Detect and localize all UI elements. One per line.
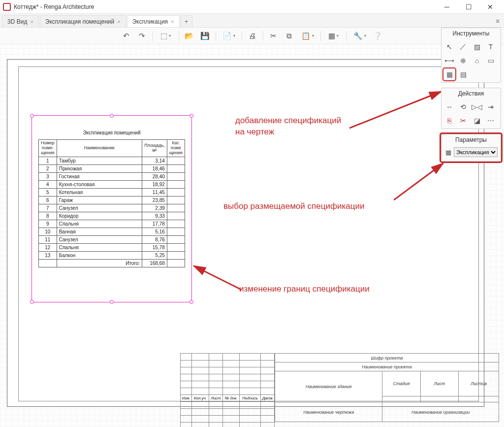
- tb-building: Наименование здания: [275, 371, 382, 402]
- titleblock-side: Изм.Кол.уч.Лист№ док.ПодписьДата: [180, 353, 275, 422]
- tab-label: 3D Вид: [7, 18, 27, 25]
- spec-table[interactable]: Экспликация помещений Номер поме- щения …: [38, 127, 185, 267]
- spec-select-dropdown[interactable]: Экспликация: [454, 147, 498, 157]
- resize-handle-tl[interactable]: [30, 114, 34, 118]
- text-tool-icon[interactable]: T: [485, 41, 497, 53]
- table-row: 4Кухня-столовая18,92: [39, 180, 185, 188]
- tab-bar: 3D Вид × Экспликация помещений × Эксплик…: [0, 14, 504, 28]
- table-row: 10Ванная5,16: [39, 228, 185, 235]
- col-area: Площадь, м²: [142, 140, 167, 157]
- tb-code: Шифр проекта: [275, 354, 499, 362]
- cut-button[interactable]: ✂: [266, 30, 281, 42]
- resize-handle-br[interactable]: [189, 300, 193, 304]
- main-area: Экспликация помещений Номер поме- щения …: [0, 44, 504, 427]
- spec-grid: Номер поме- щения Наименование Площадь, …: [38, 139, 185, 267]
- table-row: 11Санузел8,76: [39, 235, 185, 243]
- tab-room-schedule[interactable]: Экспликация помещений ×: [40, 15, 126, 27]
- panel-title: Инструменты: [441, 28, 501, 39]
- frame-tool-icon[interactable]: ▭: [485, 55, 497, 66]
- elev-tool-icon[interactable]: ⌂: [471, 55, 483, 66]
- tb-project: Наименование проекта: [275, 362, 499, 371]
- redo-button[interactable]: ↷: [135, 30, 150, 42]
- tb-sheets: Листов: [459, 371, 499, 396]
- titleblock: Шифр проекта Наименование проекта Наимен…: [275, 353, 499, 422]
- array-action-icon[interactable]: ⋯: [485, 115, 497, 127]
- close-icon[interactable]: ×: [171, 19, 174, 25]
- align-action-icon[interactable]: ⇥: [485, 101, 497, 113]
- axis-tool-icon[interactable]: ⊕: [457, 55, 469, 66]
- save-button[interactable]: 💾: [198, 30, 213, 42]
- resize-handle-bl[interactable]: [30, 300, 34, 304]
- undo-button[interactable]: ↶: [119, 30, 134, 42]
- tab-label: Экспликация: [132, 18, 168, 25]
- table-row: 5Котельная11,45: [39, 188, 185, 196]
- panel-parameters: Параметры ▦ Экспликация: [441, 134, 501, 162]
- col-name: Наименование: [57, 140, 142, 157]
- table-row: 1Тамбур3,14: [39, 157, 185, 164]
- maximize-button[interactable]: ☐: [458, 0, 479, 14]
- tab-3d-view[interactable]: 3D Вид ×: [2, 15, 39, 27]
- tb-org: Наименование организации: [382, 402, 499, 422]
- tb-sheet: Лист: [420, 371, 458, 396]
- settings-button[interactable]: 🔧: [350, 30, 370, 42]
- move-action-icon[interactable]: ↔: [443, 101, 455, 113]
- window-title: Коттедж* - Renga Architecture: [14, 3, 94, 10]
- print-button[interactable]: 🖨: [245, 30, 260, 42]
- trim-action-icon[interactable]: ✂: [457, 115, 469, 127]
- tab-label: Экспликация помещений: [45, 18, 114, 25]
- minimize-button[interactable]: ─: [436, 0, 458, 14]
- hatch-tool-icon[interactable]: ▨: [471, 41, 483, 53]
- app-logo-icon: [3, 3, 11, 11]
- open-button[interactable]: 📂: [182, 30, 197, 42]
- drawing-canvas[interactable]: Экспликация помещений Номер поме- щения …: [0, 44, 504, 427]
- table-row: 13Балкон5,25: [39, 251, 185, 259]
- col-cat: Кат. поме щения: [167, 140, 185, 157]
- add-spec-tool-icon[interactable]: ▦: [443, 68, 455, 80]
- line-tool-icon[interactable]: ／: [457, 41, 469, 53]
- main-toolbar: ↶ ↷ ⬚ 📂 💾 📄 🖨 ✂ ⧉ 📋 ▦ 🔧 ❔: [0, 28, 504, 44]
- titlebar: Коттедж* - Renga Architecture ─ ☐ ✕: [0, 0, 504, 14]
- help-button[interactable]: ❔: [371, 30, 385, 42]
- tb-stage: Стадия: [382, 371, 420, 396]
- tab-menu-icon[interactable]: ≡: [491, 15, 504, 27]
- copy-action-icon[interactable]: ⎘: [443, 115, 455, 127]
- tab-schedule[interactable]: Экспликация ×: [127, 15, 180, 27]
- table-row: 6Гараж23,85: [39, 196, 185, 204]
- panel-tools: Инструменты ↖ ／ ▨ T ⟷ ⊕ ⌂ ▭ ▦ ▤: [441, 28, 501, 83]
- close-icon[interactable]: ×: [30, 19, 33, 25]
- mirror-action-icon[interactable]: ▷◁: [471, 101, 483, 113]
- scale-action-icon[interactable]: ◪: [471, 115, 483, 127]
- col-num: Номер поме- щения: [39, 140, 57, 157]
- table-row: 12Спальня15,78: [39, 243, 185, 251]
- dim-tool-icon[interactable]: ⟷: [443, 55, 455, 66]
- tb-drawing: Наименование чертежа: [275, 402, 382, 422]
- table-tool-icon[interactable]: ▤: [457, 68, 469, 80]
- add-tab-button[interactable]: +: [181, 15, 192, 27]
- cursor-tool-icon[interactable]: ↖: [443, 41, 455, 53]
- panel-actions: Действия ↔ ⟲ ▷◁ ⇥ ⎘ ✂ ◪ ⋯: [441, 88, 501, 129]
- paste-button[interactable]: 📋: [298, 30, 317, 42]
- close-icon[interactable]: ×: [117, 19, 120, 25]
- view-button[interactable]: ▦: [324, 30, 344, 42]
- table-row: 7Санузел2,39: [39, 204, 185, 212]
- table-row: 8Коридор9,33: [39, 212, 185, 220]
- table-row: 2Прихожая18,46: [39, 164, 185, 172]
- panel-title: Действия: [441, 88, 501, 99]
- panel-title: Параметры: [441, 134, 501, 145]
- resize-handle-tm[interactable]: [110, 114, 114, 118]
- copy-button[interactable]: ⧉: [282, 30, 297, 42]
- table-total-row: Итого:168,68: [39, 259, 185, 267]
- export-button[interactable]: 📄: [219, 30, 239, 42]
- resize-handle-bm[interactable]: [110, 300, 114, 304]
- spec-param-icon: ▦: [444, 148, 452, 157]
- model-button[interactable]: ⬚: [156, 30, 176, 42]
- spec-title: Экспликация помещений: [38, 127, 185, 139]
- table-row: 9Спальня17,78: [39, 220, 185, 228]
- resize-handle-tr[interactable]: [189, 114, 193, 118]
- table-row: 3Гостиная28,40: [39, 172, 185, 180]
- rotate-action-icon[interactable]: ⟲: [457, 101, 469, 113]
- close-button[interactable]: ✕: [479, 0, 501, 14]
